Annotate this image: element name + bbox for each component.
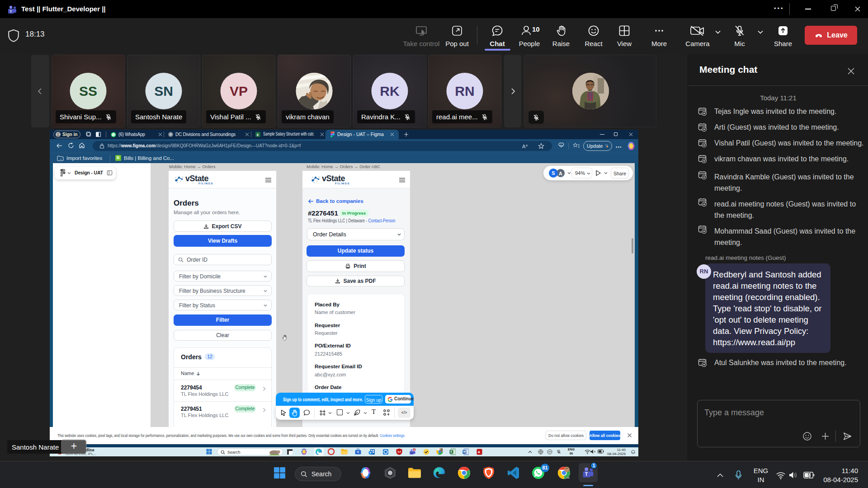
svg-text:a: a [526,144,528,147]
svg-text:!: ! [607,146,608,148]
svg-text:X: X [450,450,453,453]
svg-text:10: 10 [532,25,540,33]
svg-text:A: A [478,450,481,454]
svg-text:T: T [10,9,12,14]
svg-text:W: W [463,450,467,453]
svg-text:A: A [522,144,526,149]
svg-text:2: 2 [414,448,415,451]
svg-text:T: T [585,472,588,477]
